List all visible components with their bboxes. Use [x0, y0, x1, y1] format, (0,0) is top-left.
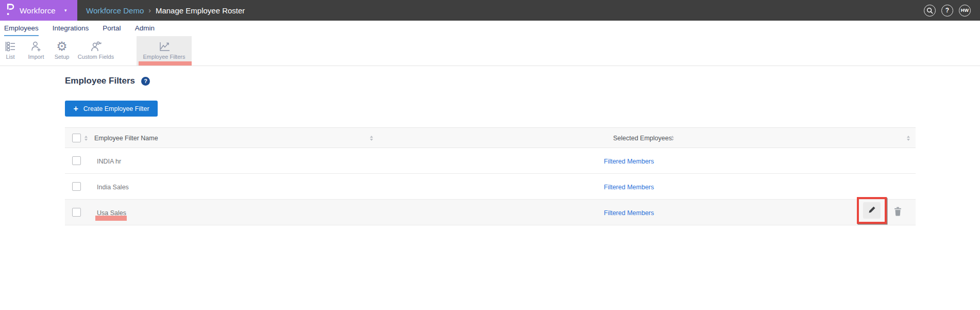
breadcrumb-separator-icon: › — [148, 6, 151, 14]
product-name: Workforce — [20, 6, 56, 15]
nav-tab-integrations[interactable]: Integrations — [53, 21, 89, 36]
sort-icon[interactable] — [85, 136, 88, 141]
nav-tab-portal[interactable]: Portal — [103, 21, 121, 36]
table-row: INDIA hr Filtered Members — [65, 148, 916, 174]
column-header-selected-employees[interactable]: Selected Employees — [613, 135, 672, 142]
topbar-actions: ? HW — [924, 0, 980, 21]
line-chart-icon — [158, 39, 171, 54]
column-header-filter-name[interactable]: Employee Filter Name — [94, 135, 158, 142]
toolbar-item-list[interactable]: List — [0, 36, 21, 66]
page-help-icon[interactable]: ? — [141, 77, 150, 86]
person-tool-icon — [89, 39, 103, 54]
toolbar-item-import[interactable]: Import — [23, 36, 49, 66]
plus-icon: + — [73, 105, 78, 113]
table-header-row: Employee Filter Name Selected Employees — [65, 127, 916, 148]
annotation-red-box — [857, 197, 887, 224]
list-icon — [4, 39, 16, 54]
toolbar-item-label: Setup — [55, 54, 70, 60]
edit-button[interactable] — [863, 202, 881, 219]
planful-logo-icon — [6, 3, 15, 18]
toolbar-item-custom-fields[interactable]: Custom Fields — [75, 36, 116, 66]
toolbar-item-employee-filters[interactable]: Employee Filters — [137, 36, 192, 66]
trash-icon — [894, 207, 902, 218]
pencil-icon — [868, 206, 876, 215]
row-checkbox[interactable] — [72, 182, 81, 191]
gear-icon: ⚙ — [56, 39, 67, 54]
primary-nav: Employees Integrations Portal Admin — [0, 21, 980, 36]
filtered-members-link[interactable]: Filtered Members — [604, 184, 654, 191]
sort-icon[interactable] — [671, 136, 674, 141]
annotation-highlight-bar — [139, 61, 192, 66]
nav-tab-employees[interactable]: Employees — [4, 21, 39, 36]
sort-icon[interactable] — [370, 136, 373, 141]
delete-button[interactable] — [893, 207, 902, 217]
employees-toolbar: List Import ⚙ Setup Custom Fields — [0, 36, 980, 66]
nav-tab-admin[interactable]: Admin — [135, 21, 155, 36]
table-row: India Sales Filtered Members — [65, 174, 916, 200]
breadcrumb-current: Manage Employee Roster — [156, 6, 245, 15]
toolbar-item-label: Import — [28, 54, 44, 60]
create-employee-filter-button[interactable]: + Create Employee Filter — [65, 101, 158, 117]
table-row: Usa Sales Filtered Members — [65, 200, 916, 225]
filter-name: INDIA hr — [97, 158, 121, 165]
annotation-highlight-bar — [95, 216, 127, 221]
page-title: Employee Filters — [65, 76, 135, 86]
toolbar-item-setup[interactable]: ⚙ Setup — [49, 36, 74, 66]
sort-icon[interactable] — [907, 136, 910, 141]
toolbar-item-label: List — [6, 54, 14, 60]
filtered-members-link[interactable]: Filtered Members — [604, 158, 654, 165]
employee-filters-table: Employee Filter Name Selected Employees … — [65, 127, 916, 225]
filter-name: India Sales — [97, 184, 129, 191]
help-icon[interactable]: ? — [941, 5, 953, 17]
toolbar-item-label: Employee Filters — [143, 54, 185, 60]
row-checkbox[interactable] — [72, 156, 81, 165]
breadcrumb: Workforce Demo › Manage Employee Roster — [86, 0, 245, 21]
select-all-checkbox[interactable] — [72, 134, 81, 142]
person-add-icon — [30, 39, 42, 54]
filtered-members-link[interactable]: Filtered Members — [604, 209, 654, 217]
row-checkbox[interactable] — [72, 208, 81, 217]
create-button-label: Create Employee Filter — [83, 105, 149, 112]
search-icon[interactable] — [924, 5, 936, 17]
breadcrumb-parent[interactable]: Workforce Demo — [86, 6, 144, 15]
topbar: Workforce ▾ Workforce Demo › Manage Empl… — [0, 0, 980, 21]
brand-menu[interactable]: Workforce ▾ — [0, 0, 77, 21]
page-header: Employee Filters ? — [65, 76, 150, 86]
chevron-down-icon: ▾ — [64, 8, 67, 13]
toolbar-item-label: Custom Fields — [78, 54, 114, 60]
avatar[interactable]: HW — [959, 5, 971, 17]
